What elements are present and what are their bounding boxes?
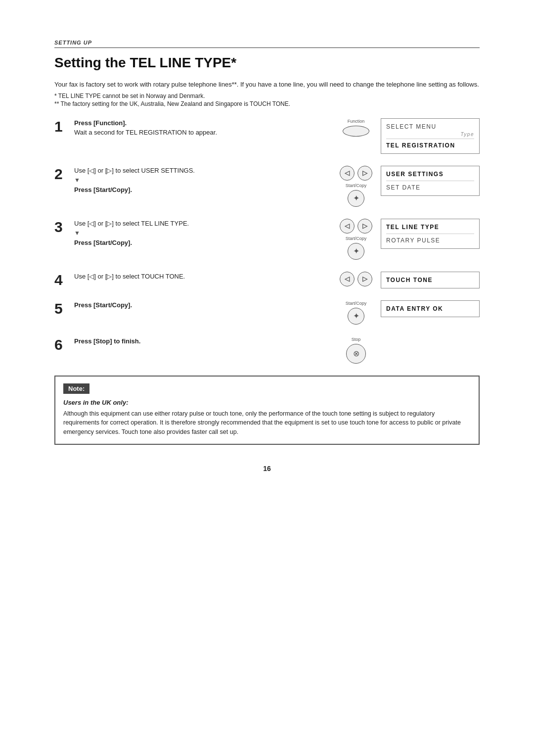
footnote2: ** The factory setting for the UK, Austr… (54, 100, 480, 107)
nav-left-btn-4[interactable]: ◁ (340, 272, 355, 286)
intro-text: Your fax is factory set to work with rot… (54, 80, 480, 90)
step-3-start-label: Start/Copy (346, 236, 367, 241)
note-italic-title: Users in the UK only: (63, 399, 471, 406)
step-4-display-line1: TOUCH TONE (386, 275, 474, 285)
nav-left-btn[interactable]: ◁ (340, 166, 355, 181)
step-6-content: Press [Stop] to finish. (74, 336, 331, 346)
step-3-action: Use [◁] or [▷] to select TEL LINE TYPE. … (74, 219, 321, 248)
note-box: Note: Users in the UK only: Although thi… (54, 376, 480, 445)
step-5: 5 Press [Start/Copy]. Start/Copy ✦ DATA … (54, 300, 480, 325)
step-1-display-line1: SELECT MENU (386, 122, 474, 132)
step-5-content: Press [Start/Copy]. (74, 300, 331, 310)
step-2-start-label: Start/Copy (346, 183, 367, 188)
step-5-number: 5 (54, 301, 74, 316)
step-2-display-line2: SET DATE (386, 183, 474, 192)
step-6-number: 6 (54, 337, 74, 352)
step-6-bold: Press [Stop] to finish. (74, 337, 140, 345)
divider (54, 47, 480, 48)
step-1-icons: Function (331, 118, 381, 137)
step-2-icons: ◁ ▷ Start/Copy ✦ (331, 166, 381, 207)
step-4-action: Use [◁] or [▷] to select TOUCH TONE. (74, 272, 321, 282)
step-3-icons-inner: ◁ ▷ Start/Copy ✦ (340, 219, 372, 260)
start-copy-btn-3[interactable]: ✦ (348, 243, 364, 260)
step-2-display-line1: USER SETTINGS (386, 169, 474, 179)
step-4-number: 4 (54, 273, 74, 287)
page-heading: Setting the TEL LINE TYPE* (54, 55, 480, 71)
step-3-content: Use [◁] or [▷] to select TEL LINE TYPE. … (74, 219, 331, 248)
step-6-icons: Stop ⊗ (331, 336, 381, 364)
step-5-start-label: Start/Copy (346, 301, 367, 306)
nav-right-btn-4[interactable]: ▷ (357, 272, 372, 286)
start-copy-btn-2[interactable]: ✦ (348, 190, 364, 207)
step-3-arrow: ▼ (74, 230, 80, 236)
step-1-action: Press [Function]. Wait a second for TEL … (74, 118, 321, 138)
step-6-stop-label: Stop (352, 337, 361, 342)
step-1-bold: Press [Function]. (74, 119, 127, 127)
nav-left-btn-3[interactable]: ◁ (340, 219, 355, 234)
note-header: Note: (63, 383, 89, 394)
note-text: Although this equipment can use either r… (63, 409, 471, 437)
step-1-number: 1 (54, 119, 74, 134)
page-number: 16 (54, 465, 480, 472)
step-6-icons-inner: Stop ⊗ (346, 336, 366, 364)
nav-right-btn-3[interactable]: ▷ (357, 219, 372, 234)
step-2-bold: Press [Start/Copy]. (74, 186, 132, 193)
step-4-text: Use [◁] or [▷] to select TOUCH TONE. (74, 273, 185, 280)
step-2-nav-btns: ◁ ▷ (340, 166, 372, 181)
step-1-icons-inner: Function (343, 118, 369, 137)
step-4-content: Use [◁] or [▷] to select TOUCH TONE. (74, 272, 331, 282)
step-3-nav-btns: ◁ ▷ (340, 219, 372, 234)
step-2-text: Use [◁] or [▷] to select USER SETTINGS. (74, 167, 195, 174)
step-4-display: TOUCH TONE (381, 272, 480, 288)
stop-button[interactable]: ⊗ (346, 344, 366, 364)
step-1-display-line2: TEL REGISTRATION (386, 141, 474, 150)
step-2-display: USER SETTINGS SET DATE (381, 166, 480, 196)
step-2-content: Use [◁] or [▷] to select USER SETTINGS. … (74, 166, 331, 195)
step-6-action: Press [Stop] to finish. (74, 336, 321, 346)
step-5-icons: Start/Copy ✦ (331, 300, 381, 325)
section-label: SETTING UP (54, 40, 480, 46)
step-3-separator (386, 234, 474, 234)
step-3-bold: Press [Start/Copy]. (74, 239, 132, 246)
step-2-number: 2 (54, 167, 74, 182)
start-copy-btn-5[interactable]: ✦ (348, 308, 364, 325)
step-5-bold: Press [Start/Copy]. (74, 301, 132, 309)
step-2: 2 Use [◁] or [▷] to select USER SETTINGS… (54, 166, 480, 207)
step-4-icons: ◁ ▷ (331, 272, 381, 286)
page: SETTING UP Setting the TEL LINE TYPE* Yo… (0, 0, 534, 756)
nav-right-btn[interactable]: ▷ (357, 166, 372, 181)
step-2-separator (386, 181, 474, 181)
step-1-content: Press [Function]. Wait a second for TEL … (74, 118, 331, 138)
step-5-icons-inner: Start/Copy ✦ (346, 300, 367, 325)
step-1-display: SELECT MENU Type TEL REGISTRATION (381, 118, 480, 154)
step-6: 6 Press [Stop] to finish. Stop ⊗ (54, 336, 480, 364)
step-2-icons-inner: ◁ ▷ Start/Copy ✦ (340, 166, 372, 207)
step-3-text: Use [◁] or [▷] to select TEL LINE TYPE. (74, 220, 189, 227)
step-3-number: 3 (54, 220, 74, 235)
step-5-display-line1: DATA ENTRY OK (386, 304, 474, 314)
step-5-action: Press [Start/Copy]. (74, 300, 321, 310)
step-3-icons: ◁ ▷ Start/Copy ✦ (331, 219, 381, 260)
function-label: Function (348, 119, 365, 124)
step-4-nav-btns: ◁ ▷ (340, 272, 372, 286)
function-button[interactable] (343, 126, 369, 137)
step-3-display: TEL LINE TYPE ROTARY PULSE (381, 219, 480, 249)
step-1: 1 Press [Function]. Wait a second for TE… (54, 118, 480, 154)
step-3-display-line2: ROTARY PULSE (386, 236, 474, 245)
step-1-rest: Wait a second for TEL REGISTRATION to ap… (74, 129, 217, 136)
step-3-display-line1: TEL LINE TYPE (386, 222, 474, 232)
step-1-separator (386, 139, 474, 139)
footnote1: * TEL LINE TYPE cannot be set in Norway … (54, 93, 480, 99)
steps-container: 1 Press [Function]. Wait a second for TE… (54, 118, 480, 364)
step-1-display-tag: Type (386, 132, 474, 137)
step-2-action: Use [◁] or [▷] to select USER SETTINGS. … (74, 166, 321, 195)
step-3: 3 Use [◁] or [▷] to select TEL LINE TYPE… (54, 219, 480, 260)
step-4: 4 Use [◁] or [▷] to select TOUCH TONE. ◁… (54, 272, 480, 288)
step-5-display: DATA ENTRY OK (381, 300, 480, 317)
step-4-icons-inner: ◁ ▷ (340, 272, 372, 286)
step-2-arrow: ▼ (74, 177, 80, 184)
